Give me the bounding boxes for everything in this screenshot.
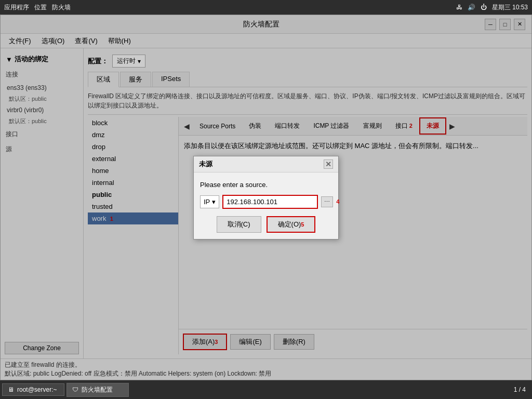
input-num-badge: 4 <box>336 198 339 205</box>
modal-instruction: Please enter a source. <box>200 181 332 189</box>
modal-body: Please enter a source. IP ▾ ⋯ 4 取消(C) 确定… <box>194 172 338 239</box>
modal-input-row: IP ▾ ⋯ 4 <box>200 195 332 209</box>
firewall-taskbar-icon: 🛡 <box>72 386 78 393</box>
modal-ip-browse-button[interactable]: ⋯ <box>321 196 333 207</box>
modal-ip-input[interactable] <box>222 195 318 209</box>
power-icon: ⏻ <box>481 4 487 11</box>
confirm-num-badge: 5 <box>301 221 304 228</box>
system-bar-left: 应用程序 位置 防火墙 <box>4 3 71 12</box>
modal-title: 未源 <box>199 159 212 169</box>
modal-title-bar: 未源 ✕ <box>194 156 338 172</box>
volume-icon: 🔊 <box>468 4 475 11</box>
app-window: 防火墙配置 ─ □ ✕ 文件(F) 选项(O) 查看(V) 帮助(H) ▼ 活动… <box>0 15 532 380</box>
app-menu-item[interactable]: 应用程序 <box>4 3 29 12</box>
position-menu-item[interactable]: 位置 <box>34 3 47 12</box>
modal-dialog: 未源 ✕ Please enter a source. IP ▾ ⋯ 4 取消(… <box>193 156 339 240</box>
firewall-menu-item[interactable]: 防火墙 <box>52 3 71 12</box>
taskbar: 🖥 root@server:~ 🛡 防火墙配置 1 / 4 <box>0 380 532 399</box>
system-bar-right: 🖧 🔊 ⏻ 星期三 10:53 <box>456 3 528 12</box>
taskbar-page: 1 / 4 <box>514 386 530 393</box>
taskbar-left: 🖥 root@server:~ 🛡 防火墙配置 <box>2 383 129 397</box>
clock: 星期三 10:53 <box>492 3 528 12</box>
system-bar: 应用程序 位置 防火墙 🖧 🔊 ⏻ 星期三 10:53 <box>0 0 532 15</box>
app-menus: 应用程序 位置 防火墙 <box>4 3 71 12</box>
modal-actions: 取消(C) 确定(O)5 <box>200 216 332 233</box>
modal-cancel-button[interactable]: 取消(C) <box>217 216 261 233</box>
modal-type-select[interactable]: IP ▾ <box>200 195 219 208</box>
taskbar-firewall[interactable]: 🛡 防火墙配置 <box>66 383 129 397</box>
modal-overlay: 未源 ✕ Please enter a source. IP ▾ ⋯ 4 取消(… <box>1 15 531 380</box>
modal-close-button[interactable]: ✕ <box>324 159 333 169</box>
taskbar-terminal[interactable]: 🖥 root@server:~ <box>2 383 64 396</box>
modal-confirm-button[interactable]: 确定(O)5 <box>267 216 316 233</box>
terminal-icon: 🖥 <box>8 386 14 393</box>
network-icon: 🖧 <box>456 4 462 11</box>
